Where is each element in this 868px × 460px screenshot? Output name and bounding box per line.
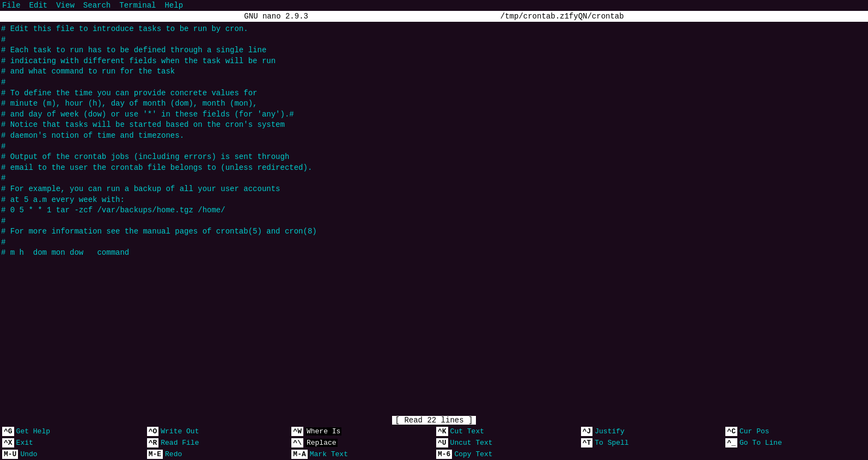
shortcut-key-read-file: ^R — [147, 438, 159, 447]
shortcut-copy-text[interactable]: M-6 Copy Text — [434, 449, 579, 460]
editor-line: # daemon's notion of time and timezones. — [1, 131, 867, 142]
editor-line: # and day of week (dow) or use '*' in th… — [1, 109, 867, 120]
editor-line: # For example, you can run a backup of a… — [1, 184, 867, 195]
file-path: /tmp/crontab.z1fyQN/crontab — [500, 12, 624, 21]
shortcut-go-to-line[interactable]: ^_ Go To Line — [723, 437, 868, 449]
editor-line: # Edit this file to introduce tasks to b… — [1, 24, 867, 35]
shortcut-label-to-spell: To Spell — [595, 439, 628, 447]
shortcut-uncut-text[interactable]: ^U Uncut Text — [434, 437, 579, 449]
shortcut-label-get-help: Get Help — [16, 427, 50, 436]
shortcut-key-justify: ^J — [581, 427, 593, 436]
shortcut-label-uncut-text: Uncut Text — [450, 439, 493, 447]
shortcut-key-copy-text: M-6 — [436, 450, 452, 459]
shortcut-key-where-is: ^W — [291, 427, 303, 436]
shortcut-label-write-out: Write Out — [161, 427, 199, 436]
shortcut-redo[interactable]: M-E Redo — [145, 449, 290, 460]
editor-line: # — [1, 237, 867, 248]
editor-line: # m h dom mon dow command — [1, 248, 867, 259]
editor-line: # — [1, 216, 867, 227]
shortcut-key-redo: M-E — [147, 450, 163, 459]
menu-bar: File Edit View Search Terminal Help — [0, 0, 868, 11]
shortcut-to-spell[interactable]: ^T To Spell — [579, 437, 724, 449]
shortcut-label-redo: Redo — [165, 450, 182, 458]
shortcut-label-exit: Exit — [16, 439, 33, 447]
shortcut-cur-pos[interactable]: ^C Cur Pos — [723, 426, 868, 437]
shortcut-label-go-to-line: Go To Line — [739, 439, 782, 447]
shortcut-justify[interactable]: ^J Justify — [579, 426, 724, 437]
shortcut-bar: ^G Get Help ^O Write Out ^W Where Is ^K … — [0, 426, 868, 460]
menu-terminal[interactable]: Terminal — [119, 1, 156, 10]
shortcut-key-undo: M-U — [2, 450, 18, 459]
shortcut-key-cur-pos: ^C — [725, 427, 737, 436]
shortcut-key-go-to-line: ^_ — [725, 438, 737, 447]
menu-help[interactable]: Help — [164, 1, 183, 10]
shortcut-key-exit: ^X — [2, 438, 14, 447]
editor-line: # 0 5 * * 1 tar -zcf /var/backups/home.t… — [1, 205, 867, 216]
shortcut-get-help[interactable]: ^G Get Help — [0, 426, 145, 437]
shortcut-exit[interactable]: ^X Exit — [0, 437, 145, 449]
editor-line: # and what command to run for the task — [1, 66, 867, 77]
menu-view[interactable]: View — [56, 1, 75, 10]
shortcut-label-read-file: Read File — [161, 439, 199, 447]
editor-line: # — [1, 35, 867, 46]
editor-area[interactable]: # Edit this file to introduce tasks to b… — [0, 22, 868, 415]
shortcut-where-is[interactable]: ^W Where Is — [289, 426, 434, 437]
shortcut-cut-text[interactable]: ^K Cut Text — [434, 426, 579, 437]
app-name: GNU nano 2.9.3 — [244, 12, 308, 21]
editor-line: # at 5 a.m every week with: — [1, 195, 867, 206]
shortcut-key-cut-text: ^K — [436, 427, 448, 436]
shortcut-label-undo: Undo — [20, 450, 37, 458]
menu-edit[interactable]: Edit — [29, 1, 48, 10]
editor-line: # Each task to run has to be defined thr… — [1, 45, 867, 56]
editor-line: # For more information see the manual pa… — [1, 226, 867, 237]
editor-line: # indicating with different fields when … — [1, 56, 867, 67]
status-bar: [ Read 22 lines ] — [0, 415, 868, 426]
shortcut-key-to-spell: ^T — [581, 438, 593, 447]
editor-line: # — [1, 77, 867, 88]
shortcut-write-out[interactable]: ^O Write Out — [145, 426, 290, 437]
editor-line: # To define the time you can provide con… — [1, 88, 867, 99]
editor-line: # — [1, 142, 867, 152]
shortcut-key-replace: ^\ — [291, 438, 303, 447]
shortcut-key-get-help: ^G — [2, 427, 14, 436]
shortcut-label-where-is: Where Is — [305, 427, 341, 436]
shortcut-mark-text[interactable]: M-A Mark Text — [289, 449, 434, 460]
editor-line: # Notice that tasks will be started base… — [1, 120, 867, 131]
shortcut-key-uncut-text: ^U — [436, 438, 448, 447]
menu-file[interactable]: File — [2, 1, 21, 10]
shortcut-label-copy-text: Copy Text — [454, 450, 492, 458]
shortcut-key-mark-text: M-A — [291, 450, 307, 459]
status-message: [ Read 22 lines ] — [392, 416, 476, 425]
title-bar: GNU nano 2.9.3 /tmp/crontab.z1fyQN/cront… — [0, 11, 868, 22]
editor-line: # email to the user the crontab file bel… — [1, 163, 867, 174]
shortcut-key-write-out: ^O — [147, 427, 159, 436]
shortcut-label-cut-text: Cut Text — [450, 427, 484, 436]
shortcut-replace[interactable]: ^\ Replace — [289, 437, 434, 449]
menu-search[interactable]: Search — [83, 1, 111, 10]
editor-line: # Output of the crontab jobs (including … — [1, 152, 867, 163]
shortcut-label-justify: Justify — [595, 427, 625, 436]
editor-line: # — [1, 173, 867, 184]
shortcut-label-cur-pos: Cur Pos — [739, 427, 769, 436]
shortcut-label-replace: Replace — [305, 439, 338, 447]
shortcut-label-mark-text: Mark Text — [310, 450, 348, 458]
shortcut-undo[interactable]: M-U Undo — [0, 449, 145, 460]
editor-line: # minute (m), hour (h), day of month (do… — [1, 99, 867, 109]
shortcut-read-file[interactable]: ^R Read File — [145, 437, 290, 449]
